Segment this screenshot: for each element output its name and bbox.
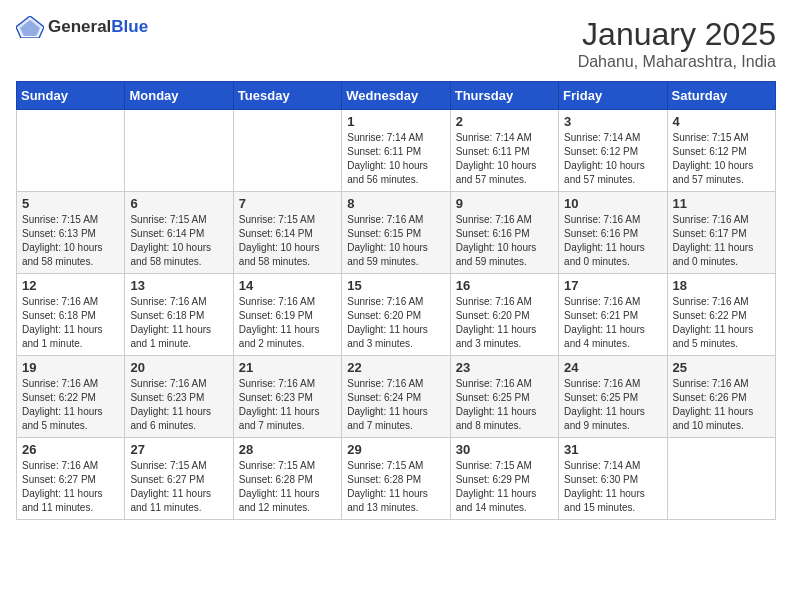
day-info: Sunrise: 7:15 AM Sunset: 6:28 PM Dayligh… — [239, 459, 336, 515]
weekday-header-sunday: Sunday — [17, 82, 125, 110]
day-info: Sunrise: 7:16 AM Sunset: 6:24 PM Dayligh… — [347, 377, 444, 433]
calendar-week-row: 1Sunrise: 7:14 AM Sunset: 6:11 PM Daylig… — [17, 110, 776, 192]
calendar-cell: 6Sunrise: 7:15 AM Sunset: 6:14 PM Daylig… — [125, 192, 233, 274]
calendar-cell: 24Sunrise: 7:16 AM Sunset: 6:25 PM Dayli… — [559, 356, 667, 438]
day-number: 31 — [564, 442, 661, 457]
calendar-cell — [233, 110, 341, 192]
day-number: 7 — [239, 196, 336, 211]
calendar-cell: 26Sunrise: 7:16 AM Sunset: 6:27 PM Dayli… — [17, 438, 125, 520]
day-number: 6 — [130, 196, 227, 211]
day-number: 29 — [347, 442, 444, 457]
calendar-cell: 30Sunrise: 7:15 AM Sunset: 6:29 PM Dayli… — [450, 438, 558, 520]
day-info: Sunrise: 7:15 AM Sunset: 6:14 PM Dayligh… — [239, 213, 336, 269]
day-info: Sunrise: 7:16 AM Sunset: 6:21 PM Dayligh… — [564, 295, 661, 351]
calendar-cell: 17Sunrise: 7:16 AM Sunset: 6:21 PM Dayli… — [559, 274, 667, 356]
month-title: January 2025 — [578, 16, 776, 53]
calendar-cell — [667, 438, 775, 520]
day-info: Sunrise: 7:16 AM Sunset: 6:16 PM Dayligh… — [456, 213, 553, 269]
calendar-cell — [17, 110, 125, 192]
day-info: Sunrise: 7:14 AM Sunset: 6:30 PM Dayligh… — [564, 459, 661, 515]
day-info: Sunrise: 7:15 AM Sunset: 6:28 PM Dayligh… — [347, 459, 444, 515]
calendar-cell: 19Sunrise: 7:16 AM Sunset: 6:22 PM Dayli… — [17, 356, 125, 438]
calendar-cell: 21Sunrise: 7:16 AM Sunset: 6:23 PM Dayli… — [233, 356, 341, 438]
weekday-header-wednesday: Wednesday — [342, 82, 450, 110]
day-number: 30 — [456, 442, 553, 457]
day-info: Sunrise: 7:16 AM Sunset: 6:27 PM Dayligh… — [22, 459, 119, 515]
weekday-header-saturday: Saturday — [667, 82, 775, 110]
day-number: 26 — [22, 442, 119, 457]
day-number: 10 — [564, 196, 661, 211]
calendar-cell: 25Sunrise: 7:16 AM Sunset: 6:26 PM Dayli… — [667, 356, 775, 438]
calendar-week-row: 26Sunrise: 7:16 AM Sunset: 6:27 PM Dayli… — [17, 438, 776, 520]
day-number: 21 — [239, 360, 336, 375]
day-info: Sunrise: 7:16 AM Sunset: 6:19 PM Dayligh… — [239, 295, 336, 351]
day-number: 11 — [673, 196, 770, 211]
day-number: 18 — [673, 278, 770, 293]
calendar-cell: 5Sunrise: 7:15 AM Sunset: 6:13 PM Daylig… — [17, 192, 125, 274]
day-info: Sunrise: 7:16 AM Sunset: 6:15 PM Dayligh… — [347, 213, 444, 269]
calendar-cell: 8Sunrise: 7:16 AM Sunset: 6:15 PM Daylig… — [342, 192, 450, 274]
calendar-cell: 20Sunrise: 7:16 AM Sunset: 6:23 PM Dayli… — [125, 356, 233, 438]
calendar-cell: 18Sunrise: 7:16 AM Sunset: 6:22 PM Dayli… — [667, 274, 775, 356]
calendar-cell: 14Sunrise: 7:16 AM Sunset: 6:19 PM Dayli… — [233, 274, 341, 356]
day-info: Sunrise: 7:16 AM Sunset: 6:18 PM Dayligh… — [130, 295, 227, 351]
day-number: 19 — [22, 360, 119, 375]
day-number: 8 — [347, 196, 444, 211]
day-info: Sunrise: 7:16 AM Sunset: 6:25 PM Dayligh… — [456, 377, 553, 433]
day-info: Sunrise: 7:15 AM Sunset: 6:27 PM Dayligh… — [130, 459, 227, 515]
day-info: Sunrise: 7:16 AM Sunset: 6:20 PM Dayligh… — [347, 295, 444, 351]
calendar-week-row: 19Sunrise: 7:16 AM Sunset: 6:22 PM Dayli… — [17, 356, 776, 438]
calendar-cell: 10Sunrise: 7:16 AM Sunset: 6:16 PM Dayli… — [559, 192, 667, 274]
weekday-header-monday: Monday — [125, 82, 233, 110]
day-info: Sunrise: 7:14 AM Sunset: 6:11 PM Dayligh… — [456, 131, 553, 187]
weekday-header-thursday: Thursday — [450, 82, 558, 110]
calendar-cell: 27Sunrise: 7:15 AM Sunset: 6:27 PM Dayli… — [125, 438, 233, 520]
day-number: 28 — [239, 442, 336, 457]
calendar-cell: 3Sunrise: 7:14 AM Sunset: 6:12 PM Daylig… — [559, 110, 667, 192]
day-info: Sunrise: 7:15 AM Sunset: 6:29 PM Dayligh… — [456, 459, 553, 515]
day-info: Sunrise: 7:16 AM Sunset: 6:16 PM Dayligh… — [564, 213, 661, 269]
day-info: Sunrise: 7:16 AM Sunset: 6:26 PM Dayligh… — [673, 377, 770, 433]
weekday-header-row: SundayMondayTuesdayWednesdayThursdayFrid… — [17, 82, 776, 110]
calendar-cell: 2Sunrise: 7:14 AM Sunset: 6:11 PM Daylig… — [450, 110, 558, 192]
day-number: 1 — [347, 114, 444, 129]
day-number: 23 — [456, 360, 553, 375]
title-block: January 2025 Dahanu, Maharashtra, India — [578, 16, 776, 71]
day-info: Sunrise: 7:14 AM Sunset: 6:11 PM Dayligh… — [347, 131, 444, 187]
day-number: 15 — [347, 278, 444, 293]
day-number: 4 — [673, 114, 770, 129]
day-info: Sunrise: 7:16 AM Sunset: 6:23 PM Dayligh… — [239, 377, 336, 433]
calendar-cell: 13Sunrise: 7:16 AM Sunset: 6:18 PM Dayli… — [125, 274, 233, 356]
day-info: Sunrise: 7:16 AM Sunset: 6:22 PM Dayligh… — [673, 295, 770, 351]
day-number: 3 — [564, 114, 661, 129]
weekday-header-tuesday: Tuesday — [233, 82, 341, 110]
day-info: Sunrise: 7:16 AM Sunset: 6:25 PM Dayligh… — [564, 377, 661, 433]
logo-icon — [16, 16, 44, 38]
day-number: 16 — [456, 278, 553, 293]
day-info: Sunrise: 7:16 AM Sunset: 6:22 PM Dayligh… — [22, 377, 119, 433]
calendar-week-row: 5Sunrise: 7:15 AM Sunset: 6:13 PM Daylig… — [17, 192, 776, 274]
day-info: Sunrise: 7:16 AM Sunset: 6:20 PM Dayligh… — [456, 295, 553, 351]
calendar-cell: 1Sunrise: 7:14 AM Sunset: 6:11 PM Daylig… — [342, 110, 450, 192]
calendar-cell: 7Sunrise: 7:15 AM Sunset: 6:14 PM Daylig… — [233, 192, 341, 274]
day-number: 22 — [347, 360, 444, 375]
day-info: Sunrise: 7:15 AM Sunset: 6:12 PM Dayligh… — [673, 131, 770, 187]
calendar-cell: 31Sunrise: 7:14 AM Sunset: 6:30 PM Dayli… — [559, 438, 667, 520]
weekday-header-friday: Friday — [559, 82, 667, 110]
day-number: 20 — [130, 360, 227, 375]
day-info: Sunrise: 7:16 AM Sunset: 6:17 PM Dayligh… — [673, 213, 770, 269]
day-info: Sunrise: 7:16 AM Sunset: 6:18 PM Dayligh… — [22, 295, 119, 351]
calendar-cell: 12Sunrise: 7:16 AM Sunset: 6:18 PM Dayli… — [17, 274, 125, 356]
day-number: 12 — [22, 278, 119, 293]
day-info: Sunrise: 7:15 AM Sunset: 6:14 PM Dayligh… — [130, 213, 227, 269]
calendar-cell — [125, 110, 233, 192]
calendar-cell: 15Sunrise: 7:16 AM Sunset: 6:20 PM Dayli… — [342, 274, 450, 356]
logo: GeneralBlue — [16, 16, 148, 38]
calendar-cell: 9Sunrise: 7:16 AM Sunset: 6:16 PM Daylig… — [450, 192, 558, 274]
day-number: 2 — [456, 114, 553, 129]
logo-general-text: GeneralBlue — [48, 17, 148, 37]
day-info: Sunrise: 7:16 AM Sunset: 6:23 PM Dayligh… — [130, 377, 227, 433]
calendar-week-row: 12Sunrise: 7:16 AM Sunset: 6:18 PM Dayli… — [17, 274, 776, 356]
calendar-cell: 23Sunrise: 7:16 AM Sunset: 6:25 PM Dayli… — [450, 356, 558, 438]
day-number: 27 — [130, 442, 227, 457]
